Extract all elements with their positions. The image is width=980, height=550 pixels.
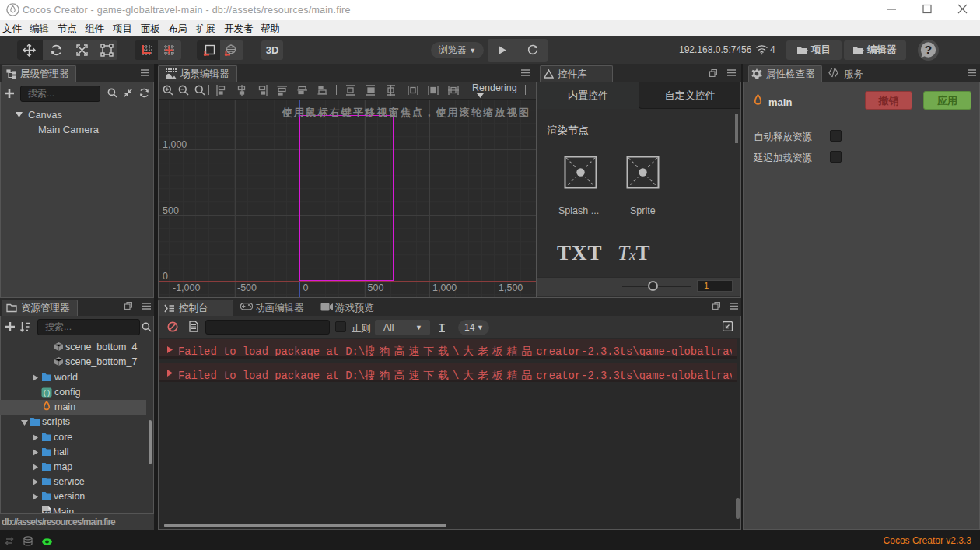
svg-text:?: ? [925, 43, 932, 56]
svg-text:(): () [43, 390, 51, 398]
